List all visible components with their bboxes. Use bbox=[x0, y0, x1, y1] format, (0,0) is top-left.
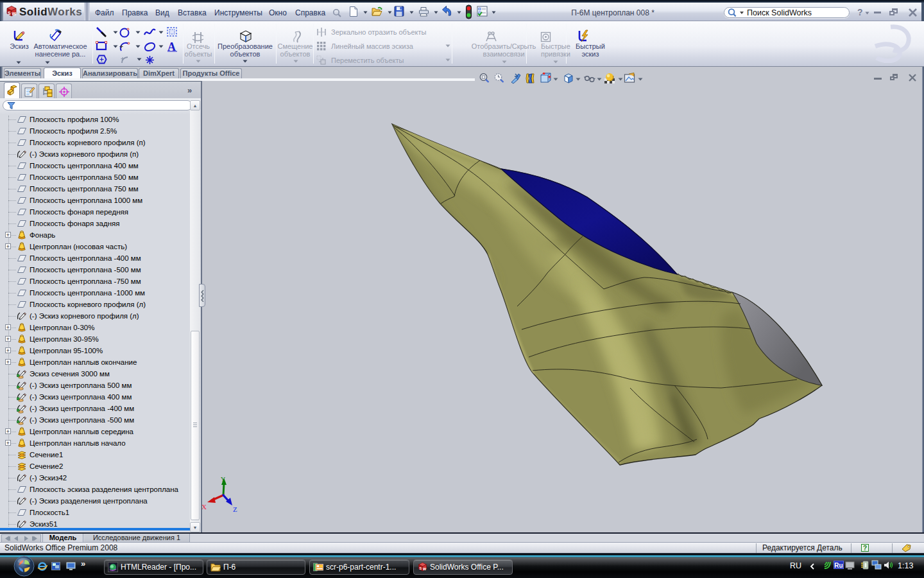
svg-text:S: S bbox=[420, 566, 422, 570]
svg-text:W: W bbox=[423, 567, 427, 571]
svg-text:S: S bbox=[8, 11, 11, 15]
svg-text:W: W bbox=[12, 12, 17, 16]
svg-text:Z: Z bbox=[233, 505, 237, 513]
svg-text:Y: Y bbox=[221, 476, 225, 483]
svg-text:X: X bbox=[201, 503, 207, 511]
